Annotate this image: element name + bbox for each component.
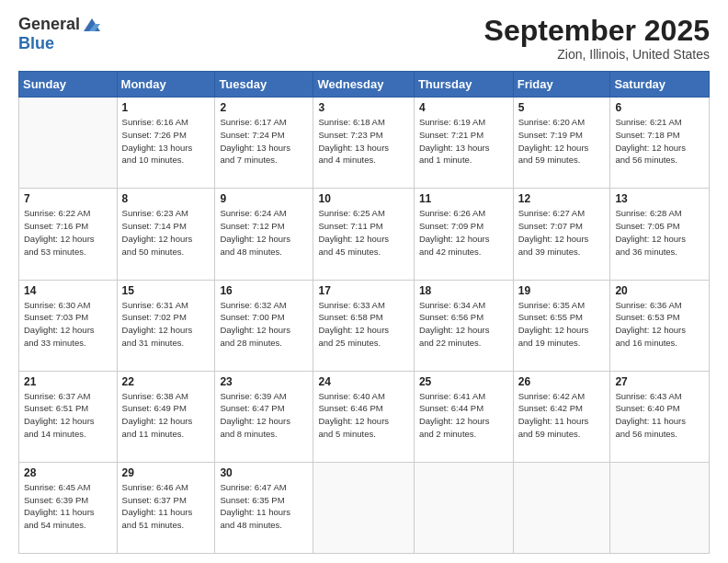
table-row: 16Sunrise: 6:32 AMSunset: 7:00 PMDayligh…	[215, 280, 313, 371]
table-row: 10Sunrise: 6:25 AMSunset: 7:11 PMDayligh…	[313, 189, 414, 280]
day-number: 15	[122, 284, 210, 297]
day-info: Sunrise: 6:16 AMSunset: 7:26 PMDaylight:…	[122, 116, 210, 167]
day-info: Sunrise: 6:34 AMSunset: 6:56 PMDaylight:…	[419, 299, 508, 350]
day-number: 21	[24, 375, 112, 388]
day-number: 11	[419, 192, 508, 205]
table-row: 21Sunrise: 6:37 AMSunset: 6:51 PMDayligh…	[19, 371, 118, 462]
day-info: Sunrise: 6:41 AMSunset: 6:44 PMDaylight:…	[419, 390, 508, 441]
table-row: 28Sunrise: 6:45 AMSunset: 6:39 PMDayligh…	[19, 462, 118, 553]
day-info: Sunrise: 6:21 AMSunset: 7:18 PMDaylight:…	[615, 116, 704, 167]
day-info: Sunrise: 6:22 AMSunset: 7:16 PMDaylight:…	[24, 207, 112, 258]
day-info: Sunrise: 6:24 AMSunset: 7:12 PMDaylight:…	[220, 207, 308, 258]
month-title: September 2025	[484, 15, 710, 47]
day-info: Sunrise: 6:28 AMSunset: 7:05 PMDaylight:…	[615, 207, 704, 258]
calendar: Sunday Monday Tuesday Wednesday Thursday…	[18, 71, 710, 554]
day-number: 18	[419, 284, 508, 297]
day-number: 1	[122, 101, 210, 114]
day-info: Sunrise: 6:32 AMSunset: 7:00 PMDaylight:…	[220, 299, 308, 350]
table-row: 18Sunrise: 6:34 AMSunset: 6:56 PMDayligh…	[414, 280, 513, 371]
col-saturday: Saturday	[610, 72, 710, 98]
day-number: 10	[318, 192, 408, 205]
day-info: Sunrise: 6:31 AMSunset: 7:02 PMDaylight:…	[122, 299, 210, 350]
table-row	[313, 462, 414, 553]
day-number: 4	[419, 101, 508, 114]
day-info: Sunrise: 6:38 AMSunset: 6:49 PMDaylight:…	[122, 390, 210, 441]
table-row: 23Sunrise: 6:39 AMSunset: 6:47 PMDayligh…	[215, 371, 313, 462]
table-row: 2Sunrise: 6:17 AMSunset: 7:24 PMDaylight…	[215, 98, 313, 189]
col-monday: Monday	[117, 72, 215, 98]
day-info: Sunrise: 6:20 AMSunset: 7:19 PMDaylight:…	[518, 116, 606, 167]
day-number: 2	[220, 101, 308, 114]
day-number: 20	[615, 284, 704, 297]
table-row	[513, 462, 610, 553]
table-row: 13Sunrise: 6:28 AMSunset: 7:05 PMDayligh…	[610, 189, 710, 280]
table-row: 8Sunrise: 6:23 AMSunset: 7:14 PMDaylight…	[117, 189, 215, 280]
table-row	[610, 462, 710, 553]
location: Zion, Illinois, United States	[484, 47, 710, 62]
table-row	[19, 98, 118, 189]
col-thursday: Thursday	[414, 72, 513, 98]
day-number: 30	[220, 466, 308, 479]
col-friday: Friday	[513, 72, 610, 98]
page-header: General Blue September 2025 Zion, Illino…	[18, 15, 710, 62]
table-row: 29Sunrise: 6:46 AMSunset: 6:37 PMDayligh…	[117, 462, 215, 553]
day-info: Sunrise: 6:35 AMSunset: 6:55 PMDaylight:…	[518, 299, 606, 350]
day-number: 23	[220, 375, 308, 388]
day-number: 12	[518, 192, 606, 205]
logo-icon	[82, 15, 102, 35]
table-row: 9Sunrise: 6:24 AMSunset: 7:12 PMDaylight…	[215, 189, 313, 280]
day-number: 25	[419, 375, 508, 388]
day-info: Sunrise: 6:18 AMSunset: 7:23 PMDaylight:…	[318, 116, 408, 167]
day-info: Sunrise: 6:37 AMSunset: 6:51 PMDaylight:…	[24, 390, 112, 441]
table-row: 14Sunrise: 6:30 AMSunset: 7:03 PMDayligh…	[19, 280, 118, 371]
day-info: Sunrise: 6:42 AMSunset: 6:42 PMDaylight:…	[518, 390, 606, 441]
day-info: Sunrise: 6:25 AMSunset: 7:11 PMDaylight:…	[318, 207, 408, 258]
table-row: 15Sunrise: 6:31 AMSunset: 7:02 PMDayligh…	[117, 280, 215, 371]
day-info: Sunrise: 6:45 AMSunset: 6:39 PMDaylight:…	[24, 481, 112, 532]
table-row: 30Sunrise: 6:47 AMSunset: 6:35 PMDayligh…	[215, 462, 313, 553]
table-row: 7Sunrise: 6:22 AMSunset: 7:16 PMDaylight…	[19, 189, 118, 280]
table-row: 5Sunrise: 6:20 AMSunset: 7:19 PMDaylight…	[513, 98, 610, 189]
table-row: 12Sunrise: 6:27 AMSunset: 7:07 PMDayligh…	[513, 189, 610, 280]
col-tuesday: Tuesday	[215, 72, 313, 98]
day-number: 13	[615, 192, 704, 205]
day-number: 5	[518, 101, 606, 114]
day-number: 3	[318, 101, 408, 114]
day-number: 7	[24, 192, 112, 205]
day-number: 29	[122, 466, 210, 479]
day-number: 27	[615, 375, 704, 388]
table-row: 25Sunrise: 6:41 AMSunset: 6:44 PMDayligh…	[414, 371, 513, 462]
day-number: 22	[122, 375, 210, 388]
col-sunday: Sunday	[19, 72, 118, 98]
day-number: 26	[518, 375, 606, 388]
day-number: 17	[318, 284, 408, 297]
day-number: 28	[24, 466, 112, 479]
day-number: 24	[318, 375, 408, 388]
day-info: Sunrise: 6:17 AMSunset: 7:24 PMDaylight:…	[220, 116, 308, 167]
day-info: Sunrise: 6:26 AMSunset: 7:09 PMDaylight:…	[419, 207, 508, 258]
day-info: Sunrise: 6:30 AMSunset: 7:03 PMDaylight:…	[24, 299, 112, 350]
day-info: Sunrise: 6:40 AMSunset: 6:46 PMDaylight:…	[318, 390, 408, 441]
day-info: Sunrise: 6:19 AMSunset: 7:21 PMDaylight:…	[419, 116, 508, 167]
col-wednesday: Wednesday	[313, 72, 414, 98]
day-info: Sunrise: 6:33 AMSunset: 6:58 PMDaylight:…	[318, 299, 408, 350]
table-row: 11Sunrise: 6:26 AMSunset: 7:09 PMDayligh…	[414, 189, 513, 280]
logo-general: General	[18, 15, 80, 33]
day-number: 6	[615, 101, 704, 114]
table-row: 6Sunrise: 6:21 AMSunset: 7:18 PMDaylight…	[610, 98, 710, 189]
table-row: 4Sunrise: 6:19 AMSunset: 7:21 PMDaylight…	[414, 98, 513, 189]
day-number: 9	[220, 192, 308, 205]
table-row: 26Sunrise: 6:42 AMSunset: 6:42 PMDayligh…	[513, 371, 610, 462]
table-row: 20Sunrise: 6:36 AMSunset: 6:53 PMDayligh…	[610, 280, 710, 371]
table-row: 19Sunrise: 6:35 AMSunset: 6:55 PMDayligh…	[513, 280, 610, 371]
logo-blue: Blue	[18, 34, 54, 52]
title-block: September 2025 Zion, Illinois, United St…	[484, 15, 710, 62]
table-row	[414, 462, 513, 553]
day-info: Sunrise: 6:47 AMSunset: 6:35 PMDaylight:…	[220, 481, 308, 532]
day-info: Sunrise: 6:39 AMSunset: 6:47 PMDaylight:…	[220, 390, 308, 441]
day-info: Sunrise: 6:46 AMSunset: 6:37 PMDaylight:…	[122, 481, 210, 532]
table-row: 17Sunrise: 6:33 AMSunset: 6:58 PMDayligh…	[313, 280, 414, 371]
day-number: 14	[24, 284, 112, 297]
table-row: 3Sunrise: 6:18 AMSunset: 7:23 PMDaylight…	[313, 98, 414, 189]
day-number: 8	[122, 192, 210, 205]
